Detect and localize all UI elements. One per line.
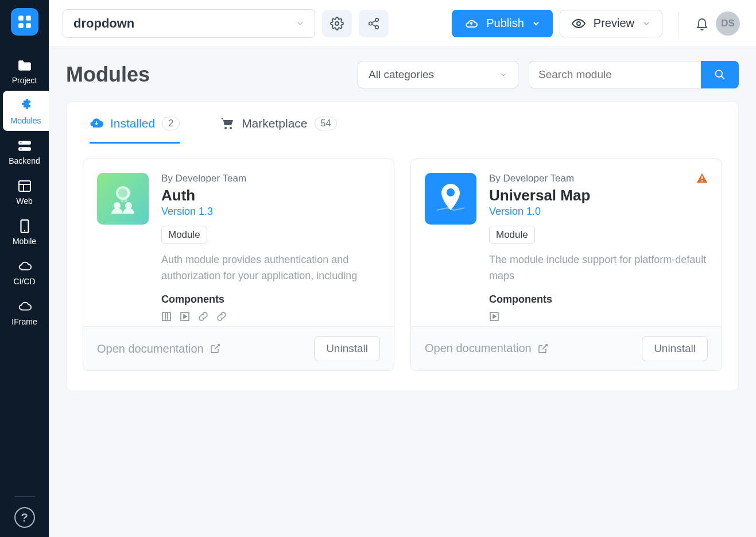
chevron-down-icon	[296, 20, 304, 28]
sidebar-item-modules[interactable]: Modules	[3, 91, 49, 131]
gear-icon	[330, 17, 344, 30]
link-icon	[198, 311, 208, 322]
eye-icon	[572, 18, 586, 29]
share-button[interactable]	[359, 10, 389, 37]
doc-link-label: Open documentation	[97, 342, 204, 356]
chevron-down-icon	[532, 20, 540, 28]
module-icon	[97, 173, 149, 225]
sidebar-item-cicd[interactable]: CI/CD	[0, 252, 49, 292]
svg-rect-3	[26, 23, 31, 28]
play-icon	[180, 311, 190, 322]
publish-button[interactable]: Publish	[452, 10, 553, 37]
module-tag: Module	[161, 226, 207, 244]
user-avatar[interactable]: DS	[716, 11, 740, 36]
open-documentation-link[interactable]: Open documentation	[425, 342, 549, 355]
sidebar-item-label: CI/CD	[13, 277, 35, 286]
tab-marketplace[interactable]: Marketplace 54	[220, 110, 337, 144]
warning-icon	[696, 173, 708, 183]
share-icon	[367, 17, 380, 30]
sidebar-item-backend[interactable]: Backend	[0, 131, 49, 171]
tab-label: Installed	[110, 117, 155, 130]
page-title: Modules	[66, 63, 347, 87]
sidebar: Project Modules Backend Web Mobile CI/CD…	[0, 0, 49, 537]
svg-point-13	[335, 22, 339, 25]
svg-rect-27	[162, 312, 170, 320]
download-icon	[90, 117, 103, 130]
chevron-down-icon	[642, 20, 650, 28]
svg-rect-32	[701, 180, 703, 181]
uninstall-label: Uninstall	[326, 342, 368, 354]
uninstall-label: Uninstall	[654, 342, 696, 354]
tab-installed[interactable]: Installed 2	[90, 110, 180, 144]
category-select[interactable]: All categories	[358, 61, 518, 88]
settings-button[interactable]	[322, 10, 352, 37]
cart-icon	[220, 117, 235, 130]
uninstall-button[interactable]: Uninstall	[642, 336, 708, 361]
search-input[interactable]	[529, 61, 701, 88]
module-author: By Developer Team	[161, 173, 380, 184]
app-logo[interactable]	[11, 8, 38, 36]
tab-count: 54	[315, 117, 338, 130]
chevron-down-icon	[499, 71, 507, 79]
svg-line-18	[372, 24, 375, 26]
module-tag: Module	[489, 226, 535, 244]
module-version: Version 1.3	[161, 206, 380, 218]
link-icon	[216, 311, 227, 322]
puzzle-icon	[18, 98, 33, 113]
svg-point-15	[369, 22, 373, 25]
server-icon	[17, 138, 32, 153]
module-version: Version 1.0	[489, 206, 708, 218]
notifications-button[interactable]	[695, 16, 709, 31]
module-card-auth: By Developer Team Auth Version 1.3 Modul…	[83, 159, 394, 371]
svg-point-23	[230, 127, 232, 129]
sidebar-item-label: Modules	[11, 116, 41, 125]
sidebar-item-label: Backend	[9, 156, 40, 165]
divider	[679, 12, 679, 35]
svg-rect-1	[26, 16, 31, 21]
module-icon	[425, 173, 476, 225]
sidebar-item-mobile[interactable]: Mobile	[0, 211, 49, 252]
folder-icon	[17, 58, 32, 73]
module-author: By Developer Team	[489, 173, 574, 184]
tab-label: Marketplace	[242, 117, 307, 130]
components-label: Components	[489, 293, 708, 306]
sidebar-item-web[interactable]: Web	[0, 171, 49, 211]
mobile-icon	[17, 219, 32, 234]
modules-panel: Installed 2 Marketplace 54	[66, 101, 739, 391]
open-documentation-link[interactable]: Open documentation	[97, 342, 221, 356]
svg-point-16	[375, 25, 379, 28]
sidebar-item-iframe[interactable]: IFrame	[0, 292, 49, 332]
svg-point-6	[20, 142, 21, 144]
module-description: Auth module provides authentication and …	[161, 252, 380, 284]
uninstall-button[interactable]: Uninstall	[314, 336, 380, 361]
svg-point-7	[20, 148, 21, 149]
search-icon	[714, 69, 726, 80]
sidebar-item-label: Project	[12, 76, 37, 85]
svg-rect-8	[19, 181, 30, 191]
external-link-icon	[210, 343, 221, 354]
svg-point-20	[716, 71, 723, 78]
sidebar-divider	[14, 496, 35, 497]
search-button[interactable]	[701, 61, 739, 88]
project-select[interactable]: dropdown	[63, 9, 315, 38]
sidebar-item-label: Mobile	[13, 237, 36, 246]
cloud-icon	[17, 259, 32, 274]
sidebar-item-project[interactable]: Project	[0, 51, 49, 91]
svg-rect-2	[18, 23, 24, 28]
module-title: Auth	[161, 187, 380, 204]
category-select-label: All categories	[369, 68, 434, 81]
avatar-initials: DS	[721, 18, 735, 29]
sidebar-item-label: IFrame	[11, 317, 37, 326]
svg-line-21	[722, 76, 724, 79]
help-button[interactable]: ?	[14, 507, 35, 528]
svg-line-17	[372, 20, 375, 22]
tab-count: 2	[162, 117, 180, 130]
module-card-universal-map: By Developer Team Universal Map Version …	[410, 159, 722, 371]
play-icon	[489, 311, 499, 322]
svg-rect-31	[701, 176, 703, 179]
cloud-icon	[17, 299, 32, 314]
external-link-icon	[537, 343, 549, 354]
preview-button[interactable]: Preview	[560, 10, 662, 37]
cloud-upload-icon	[464, 18, 478, 29]
module-description: The module include support for platform-…	[489, 252, 708, 284]
